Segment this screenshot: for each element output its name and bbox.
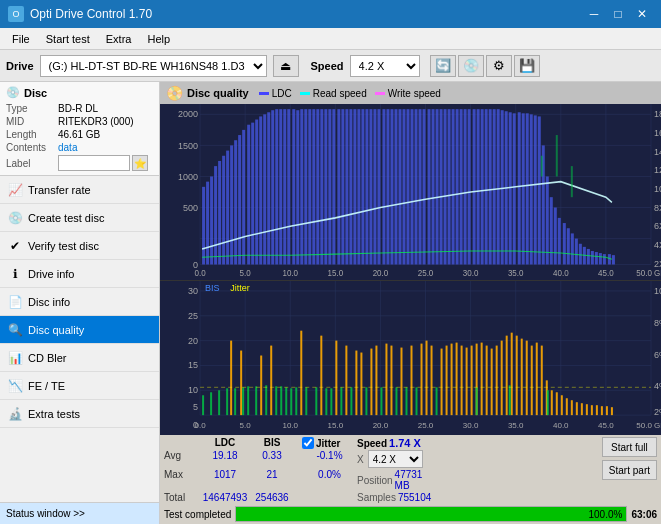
nav-fe-te[interactable]: 📉 FE / TE [0, 372, 159, 400]
svg-rect-249 [242, 387, 244, 415]
svg-rect-140 [599, 253, 602, 264]
svg-text:4X: 4X [654, 240, 661, 250]
save-button[interactable]: 💾 [514, 55, 540, 77]
svg-rect-71 [316, 109, 319, 264]
status-window-button[interactable]: Status window >> [0, 502, 159, 524]
svg-rect-213 [461, 346, 463, 416]
svg-text:40.0: 40.0 [553, 421, 569, 430]
legend-read-speed-label: Read speed [313, 88, 367, 99]
svg-rect-231 [551, 390, 553, 415]
nav-drive-info[interactable]: ℹ Drive info [0, 260, 159, 288]
create-test-disc-icon: 💿 [8, 211, 22, 225]
nav-disc-info[interactable]: 📄 Disc info [0, 288, 159, 316]
nav-transfer-rate[interactable]: 📈 Transfer rate [0, 176, 159, 204]
svg-rect-88 [386, 109, 389, 264]
svg-rect-122 [526, 113, 529, 264]
svg-rect-238 [586, 404, 588, 415]
total-label: Total [164, 492, 200, 503]
svg-text:15.0: 15.0 [328, 269, 344, 278]
nav-extra-tests-label: Extra tests [28, 408, 80, 420]
top-chart: 2000 1500 1000 500 0 18X 16X 14X 12X 10X… [160, 104, 661, 280]
maximize-button[interactable]: □ [607, 5, 629, 23]
svg-text:25: 25 [188, 311, 198, 321]
svg-text:6X: 6X [654, 221, 661, 231]
drive-select[interactable]: (G:) HL-DT-ST BD-RE WH16NS48 1.D3 [40, 55, 267, 77]
nav-verify-test-disc[interactable]: ✔ Verify test disc [0, 232, 159, 260]
menu-extra[interactable]: Extra [98, 31, 140, 47]
charts-area: 2000 1500 1000 500 0 18X 16X 14X 12X 10X… [160, 104, 661, 435]
menu-start-test[interactable]: Start test [38, 31, 98, 47]
svg-rect-223 [511, 333, 513, 415]
nav-items: 📈 Transfer rate 💿 Create test disc ✔ Ver… [0, 176, 159, 502]
close-button[interactable]: ✕ [631, 5, 653, 23]
svg-text:25.0: 25.0 [418, 421, 434, 430]
nav-verify-test-disc-label: Verify test disc [28, 240, 99, 252]
max-ldc: 1017 [200, 469, 250, 491]
svg-rect-96 [419, 109, 422, 264]
legend-write-speed: Write speed [375, 88, 441, 99]
svg-rect-74 [328, 109, 331, 264]
speed-value: 1.74 X [389, 437, 421, 449]
svg-text:10.0: 10.0 [282, 421, 298, 430]
speed-select[interactable]: 4.2 X Max 1 X 2 X 8 X [350, 55, 420, 77]
svg-rect-49 [226, 151, 229, 265]
svg-rect-206 [421, 344, 423, 416]
svg-text:16X: 16X [654, 128, 661, 138]
mid-label: MID [6, 116, 58, 127]
disc-panel-title: Disc [24, 87, 47, 99]
avg-label: Avg [164, 450, 200, 468]
start-part-button[interactable]: Start part [602, 460, 657, 480]
svg-rect-113 [489, 109, 492, 264]
svg-rect-64 [287, 109, 290, 264]
svg-rect-50 [230, 145, 233, 264]
svg-rect-55 [251, 123, 254, 265]
nav-disc-quality[interactable]: 🔍 Disc quality [0, 316, 159, 344]
svg-rect-139 [595, 252, 598, 264]
svg-rect-92 [402, 109, 405, 264]
progress-time: 63:06 [631, 509, 657, 520]
start-full-button[interactable]: Start full [602, 437, 657, 457]
chart-header: 📀 Disc quality LDC Read speed Write spee… [160, 82, 661, 104]
stats-controls-panel: LDC BIS Jitter Speed 1.74 X [160, 435, 661, 524]
svg-rect-97 [423, 109, 426, 264]
nav-extra-tests[interactable]: 🔬 Extra tests [0, 400, 159, 428]
svg-rect-65 [292, 109, 295, 264]
disc-label-input[interactable] [58, 155, 130, 171]
svg-rect-89 [390, 109, 393, 264]
svg-rect-48 [222, 156, 225, 265]
svg-rect-210 [446, 346, 448, 416]
svg-rect-107 [464, 109, 467, 264]
svg-rect-84 [369, 109, 372, 264]
legend-read-speed-dot [300, 92, 310, 95]
nav-create-test-disc[interactable]: 💿 Create test disc [0, 204, 159, 232]
svg-rect-59 [267, 112, 270, 264]
svg-rect-138 [591, 251, 594, 264]
svg-rect-67 [300, 109, 303, 264]
eject-button[interactable]: ⏏ [273, 55, 299, 77]
speed-dropdown[interactable]: 4.2 X Max [368, 450, 423, 468]
legend-write-speed-dot [375, 92, 385, 95]
main-content: 💿 Disc Type BD-R DL MID RITEKDR3 (000) L… [0, 82, 661, 524]
settings-button[interactable]: ⚙ [486, 55, 512, 77]
minimize-button[interactable]: ─ [583, 5, 605, 23]
svg-rect-199 [360, 353, 362, 416]
jitter-checkbox[interactable] [302, 437, 314, 449]
nav-cd-bler[interactable]: 📊 CD Bler [0, 344, 159, 372]
svg-rect-119 [513, 113, 516, 264]
burn-button[interactable]: 💿 [458, 55, 484, 77]
svg-text:15: 15 [188, 360, 198, 370]
disc-label-button[interactable]: ⭐ [132, 155, 148, 171]
svg-rect-54 [247, 125, 250, 265]
menu-help[interactable]: Help [139, 31, 178, 47]
refresh-button[interactable]: 🔄 [430, 55, 456, 77]
disc-mid-value: RITEKDR3 (000) [58, 116, 134, 127]
svg-text:1000: 1000 [178, 171, 198, 181]
svg-rect-101 [440, 109, 443, 264]
progress-percent: 100.0% [589, 507, 623, 523]
menu-file[interactable]: File [4, 31, 38, 47]
svg-rect-204 [400, 348, 402, 416]
svg-text:18X: 18X [654, 109, 661, 119]
svg-text:30.0: 30.0 [463, 421, 479, 430]
svg-rect-259 [315, 387, 317, 415]
svg-rect-248 [234, 388, 236, 415]
